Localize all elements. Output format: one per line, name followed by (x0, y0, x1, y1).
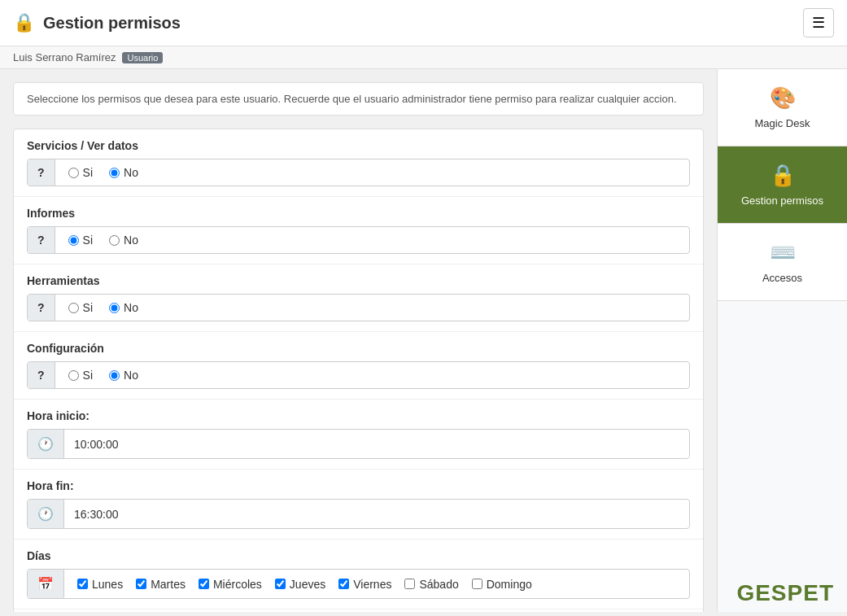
informes-si-label[interactable]: Si (68, 234, 93, 247)
lunes-checkbox[interactable] (77, 579, 88, 589)
hora-inicio-label: Hora inicio: (27, 409, 690, 422)
hora-fin-input[interactable] (64, 501, 689, 527)
herramientas-si-radio[interactable] (68, 303, 79, 313)
informes-radio-row: ? Si No (27, 226, 690, 254)
configuracion-no-radio[interactable] (109, 370, 120, 381)
magic-desk-label: Magic Desk (755, 117, 810, 129)
domingo-text: Domingo (487, 578, 532, 591)
info-box: Seleccione los permisos que desea para e… (13, 82, 704, 116)
lunes-text: Lunes (92, 578, 123, 591)
herramientas-no-label[interactable]: No (109, 301, 138, 314)
configuracion-si-radio[interactable] (68, 370, 79, 381)
sabado-label[interactable]: Sábado (404, 578, 458, 591)
dias-label: Días (27, 549, 690, 562)
user-name: Luis Serrano Ramírez (13, 51, 116, 63)
servicios-no-radio[interactable] (109, 168, 120, 178)
section-servicios-title: Servicios / Ver datos (27, 139, 690, 152)
section-herramientas: Herramientas ? Si No (14, 264, 703, 332)
sidebar-item-magic-desk[interactable]: 🎨 Magic Desk (718, 69, 847, 146)
gestion-permisos-label: Gestion permisos (741, 194, 823, 207)
save-row: 💾 Guardar (14, 609, 703, 612)
configuracion-si-label[interactable]: Si (68, 369, 93, 382)
configuracion-radio-row: ? Si No (27, 361, 690, 389)
viernes-label[interactable]: Viernes (338, 578, 391, 591)
sidebar-item-accesos[interactable]: ⌨️ Accesos (718, 224, 847, 301)
domingo-label[interactable]: Domingo (472, 578, 532, 591)
servicios-options: Si No (55, 159, 151, 186)
jueves-label[interactable]: Jueves (275, 578, 325, 591)
jueves-checkbox[interactable] (275, 579, 286, 589)
sabado-text: Sábado (419, 578, 458, 591)
info-message: Seleccione los permisos que desea para e… (27, 93, 677, 105)
top-bar: 🔒 Gestion permisos ☰ (0, 0, 847, 46)
sidebar: 🎨 Magic Desk 🔒 Gestion permisos ⌨️ Acces… (717, 69, 847, 612)
lock-icon: 🔒 (13, 12, 35, 33)
servicios-question-mark: ? (28, 159, 55, 186)
viernes-checkbox[interactable] (338, 579, 349, 589)
hora-inicio-row: 🕐 (27, 429, 690, 459)
herramientas-no-radio[interactable] (109, 303, 120, 313)
gespet-logo: GESPET (736, 580, 834, 606)
page-title: Gestion permisos (43, 14, 181, 33)
informes-options: Si No (55, 227, 151, 253)
form-card: Servicios / Ver datos ? Si No Informes (13, 129, 704, 612)
viernes-text: Viernes (353, 578, 391, 591)
calendar-icon: 📅 (28, 570, 64, 598)
informes-question-mark: ? (28, 227, 55, 253)
hora-inicio-input[interactable] (64, 431, 689, 457)
section-herramientas-title: Herramientas (27, 274, 690, 287)
miercoles-text: Miércoles (213, 578, 262, 591)
section-hora-inicio: Hora inicio: 🕐 (14, 400, 703, 470)
domingo-checkbox[interactable] (472, 579, 482, 589)
section-configuracion-title: Configuración (27, 342, 690, 355)
hora-fin-row: 🕐 (27, 499, 690, 529)
martes-label[interactable]: Martes (136, 578, 186, 591)
servicios-no-label[interactable]: No (109, 166, 138, 179)
informes-no-radio[interactable] (109, 235, 120, 246)
herramientas-radio-row: ? Si No (27, 294, 690, 321)
sabado-checkbox[interactable] (404, 579, 415, 589)
section-hora-fin: Hora fin: 🕐 (14, 470, 703, 540)
accesos-icon: ⌨️ (770, 240, 796, 265)
time-inicio-icon: 🕐 (28, 430, 64, 458)
configuracion-question-mark: ? (28, 362, 55, 388)
lunes-label[interactable]: Lunes (77, 578, 123, 591)
martes-checkbox[interactable] (136, 579, 146, 589)
informes-no-label[interactable]: No (109, 234, 138, 247)
herramientas-question-mark: ? (28, 295, 55, 321)
user-bar: Luis Serrano Ramírez Usuario (0, 46, 847, 69)
magic-desk-icon: 🎨 (770, 85, 796, 111)
section-dias: Días 📅 Lunes Martes (14, 540, 703, 609)
configuracion-no-label[interactable]: No (109, 369, 138, 382)
servicios-si-label[interactable]: Si (68, 166, 93, 179)
gestion-permisos-icon: 🔒 (770, 163, 796, 188)
hamburger-button[interactable]: ☰ (803, 8, 834, 37)
herramientas-si-label[interactable]: Si (68, 301, 93, 314)
sidebar-item-gestion-permisos[interactable]: 🔒 Gestion permisos (718, 146, 847, 224)
jueves-text: Jueves (290, 578, 325, 591)
martes-text: Martes (151, 578, 186, 591)
hora-fin-label: Hora fin: (27, 479, 690, 492)
user-badge: Usuario (122, 52, 163, 63)
time-fin-icon: 🕐 (28, 500, 64, 528)
miercoles-label[interactable]: Miércoles (199, 578, 262, 591)
section-configuracion: Configuración ? Si No (14, 332, 703, 400)
servicios-radio-row: ? Si No (27, 159, 690, 186)
dias-row: 📅 Lunes Martes Miércoles (27, 569, 690, 599)
days-options: Lunes Martes Miércoles Jueves (64, 571, 545, 597)
content-area: Seleccione los permisos que desea para e… (0, 69, 717, 612)
section-informes: Informes ? Si No (14, 197, 703, 264)
servicios-si-radio[interactable] (68, 168, 79, 178)
main-layout: Seleccione los permisos que desea para e… (0, 69, 847, 612)
miercoles-checkbox[interactable] (199, 579, 209, 589)
configuracion-options: Si No (55, 362, 151, 388)
accesos-label: Accesos (762, 272, 802, 284)
herramientas-options: Si No (55, 295, 151, 321)
hamburger-icon: ☰ (812, 15, 825, 31)
top-bar-left: 🔒 Gestion permisos (13, 12, 181, 33)
section-servicios: Servicios / Ver datos ? Si No (14, 129, 703, 197)
section-informes-title: Informes (27, 207, 690, 220)
informes-si-radio[interactable] (68, 235, 79, 246)
